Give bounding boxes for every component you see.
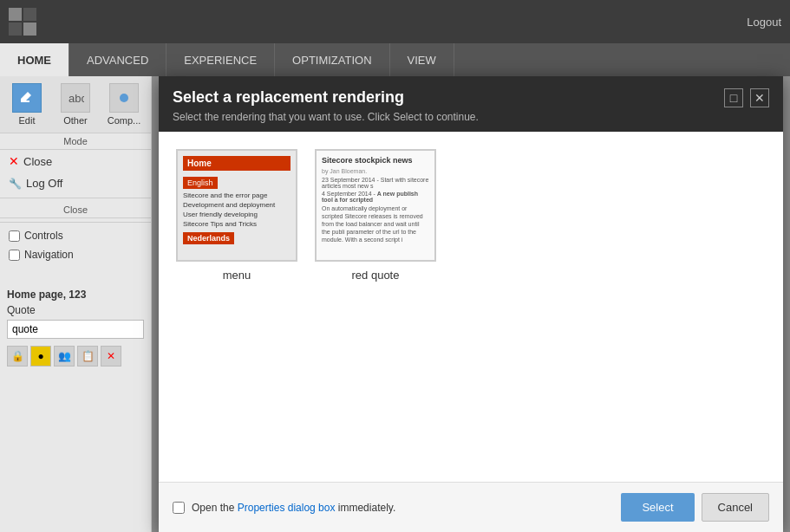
tab-view[interactable]: VIEW — [390, 43, 454, 76]
properties-checkbox[interactable] — [173, 502, 185, 514]
logo-cell-2 — [23, 8, 36, 21]
home-page-label: Home page, 123 — [7, 289, 144, 301]
dialog-header: Select a replacement rendering Select th… — [159, 76, 783, 132]
svg-text:abc: abc — [69, 92, 84, 105]
action-btn-2[interactable]: 👥 — [54, 346, 75, 367]
sidebar-icon-other[interactable]: abc Other — [55, 83, 95, 126]
menu-thumb-lang: English — [183, 177, 218, 189]
select-button[interactable]: Select — [621, 493, 694, 522]
action-btn-1[interactable]: 🔒 — [7, 346, 28, 367]
cancel-button[interactable]: Cancel — [702, 493, 769, 522]
navigation-checkbox-item: Navigation — [0, 245, 151, 264]
dialog-footer-right: Select Cancel — [621, 493, 769, 522]
mode-label: Mode — [0, 133, 151, 150]
dialog-footer: Open the Properties dialog box immediate… — [159, 482, 783, 532]
quote-thumb-content: Sitecore stockpick news by Jan Bloeman. … — [317, 151, 434, 260]
tab-home[interactable]: HOME — [0, 43, 69, 76]
logoff-icon: 🔧 — [9, 178, 22, 190]
close-menu-label: Close — [23, 155, 52, 168]
tab-advanced[interactable]: ADVANCED — [69, 43, 166, 76]
edit-icon-box — [12, 83, 42, 113]
edit-label: Edit — [19, 115, 36, 126]
action-btn-3[interactable]: 📋 — [77, 346, 98, 367]
sidebar: Edit abc Other Comp... Mode — [0, 76, 152, 532]
dialog-maximize-button[interactable]: □ — [724, 88, 743, 107]
components-label: Comp... — [108, 115, 141, 126]
close-x-icon: ✕ — [9, 154, 19, 168]
menu-thumb-line-4: Sitecore Tips and Tricks — [183, 219, 291, 229]
rendering-item-menu[interactable]: Home English Sitecore and the error page… — [176, 149, 297, 282]
quote-thumb-date2: 4 September 2014 - A new publish tool a … — [322, 191, 429, 203]
controls-checkbox[interactable] — [9, 230, 20, 242]
other-label: Other — [63, 115, 88, 126]
logo-cell-1 — [9, 8, 22, 21]
content-area: Edit abc Other Comp... Mode — [0, 76, 790, 532]
rendering-item-red-quote[interactable]: Sitecore stockpick news by Jan Bloeman. … — [315, 149, 436, 282]
app-logo — [9, 8, 36, 36]
dialog-header-controls: □ ✕ — [724, 88, 769, 107]
action-btn-shield[interactable]: ● — [30, 346, 51, 367]
dialog-header-text: Select a replacement rendering Select th… — [173, 88, 479, 123]
sidebar-icon-edit[interactable]: Edit — [7, 83, 47, 126]
dialog-body: Home English Sitecore and the error page… — [159, 132, 783, 482]
logoff-menu-label: Log Off — [26, 177, 62, 190]
sidebar-divider-1 — [0, 198, 151, 198]
rendering-thumb-red-quote: Sitecore stockpick news by Jan Bloeman. … — [315, 149, 436, 262]
logout-button[interactable]: Logout — [747, 16, 781, 29]
controls-checkbox-item: Controls — [0, 226, 151, 245]
dialog: Select a replacement rendering Select th… — [159, 76, 783, 532]
sidebar-icons-bar: Edit abc Other Comp... — [0, 76, 151, 133]
menu-thumb-line-3: User friendly developing — [183, 210, 291, 219]
sidebar-action-bar: 🔒 ● 👥 📋 ✕ — [7, 346, 144, 367]
rendering-label-menu: menu — [223, 269, 251, 282]
quote-section-label: Quote — [7, 304, 144, 316]
tab-experience[interactable]: EXPERIENCE — [166, 43, 275, 76]
logoff-menu-item[interactable]: 🔧 Log Off — [0, 172, 151, 194]
rendering-grid: Home English Sitecore and the error page… — [176, 149, 766, 282]
rendering-label-red-quote: red quote — [352, 269, 400, 282]
quote-thumb-body: On automatically deployment or scripted … — [322, 204, 429, 243]
logo-cell-4 — [23, 23, 36, 36]
rendering-thumb-menu: Home English Sitecore and the error page… — [176, 149, 297, 262]
menu-thumb-header: Home — [183, 156, 291, 171]
action-btn-delete[interactable]: ✕ — [101, 346, 121, 367]
navigation-checkbox[interactable] — [9, 250, 20, 261]
top-bar: Logout — [0, 0, 790, 43]
menu-thumb-dutch: Nederlands — [183, 232, 234, 244]
svg-point-2 — [120, 94, 128, 102]
quote-thumb-title: Sitecore stockpick news — [322, 156, 429, 165]
sidebar-divider-2 — [0, 222, 151, 223]
menu-thumb-content: Home English Sitecore and the error page… — [178, 151, 296, 260]
quote-thumb-author: by Jan Bloeman. — [322, 168, 429, 174]
tab-optimization[interactable]: OPTIMIZATION — [275, 43, 389, 76]
nav-bar: HOME ADVANCED EXPERIENCE OPTIMIZATION VI… — [0, 43, 790, 76]
dialog-footer-left: Open the Properties dialog box immediate… — [173, 502, 395, 514]
main-area: Select a replacement rendering Select th… — [152, 76, 790, 532]
dialog-title: Select a replacement rendering — [173, 88, 479, 107]
sidebar-icon-components[interactable]: Comp... — [104, 83, 144, 126]
components-icon-box — [109, 83, 139, 113]
close-menu-item[interactable]: ✕ Close — [0, 150, 151, 172]
menu-thumb-line-2: Development and deployment — [183, 200, 291, 210]
dialog-subtitle: Select the rendering that you want to us… — [173, 111, 479, 123]
navigation-label: Navigation — [24, 249, 74, 261]
quote-input[interactable] — [7, 320, 144, 339]
quote-thumb-date1: 23 September 2014 - Start with sitecore … — [322, 177, 429, 189]
close-section-label: Close — [0, 202, 151, 218]
footer-checkbox-label: Open the Properties dialog box immediate… — [192, 502, 395, 514]
dialog-close-button[interactable]: ✕ — [750, 88, 769, 107]
logo-cell-3 — [9, 23, 22, 36]
other-icon-box: abc — [61, 83, 90, 113]
menu-thumb-line-1: Sitecore and the error page — [183, 191, 291, 200]
controls-label: Controls — [24, 230, 63, 242]
dialog-overlay: Select a replacement rendering Select th… — [152, 76, 790, 532]
